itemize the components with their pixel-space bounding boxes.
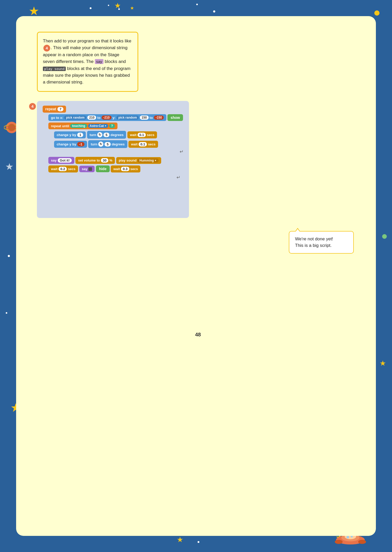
block-set-volume: set volume to 30 % (75, 157, 115, 164)
star-bottom-mid: ★ (177, 535, 183, 544)
speech-bubble-text: We're not done yet! This is a big script… (295, 236, 348, 249)
page-number: 48 (37, 332, 359, 338)
dot-3 (118, 8, 120, 10)
dot-1 (90, 7, 92, 9)
block-turn-2: turn ↻ 5 degrees (88, 140, 127, 148)
step-badge-4: 4 (29, 103, 36, 110)
instruction-text-1: Then add to your program so that it look… (43, 38, 131, 43)
step-badge-inline: 4 (43, 45, 50, 52)
page-content-area: Then add to your program so that it look… (16, 16, 376, 536)
code-area: repeat 7 go to x: pick random 210 to -21… (37, 101, 189, 218)
block-indent: go to x: pick random 210 to -210 y: pick… (48, 113, 183, 174)
star-top-mid: ★ (114, 1, 121, 10)
block-say-got-it: say Got it! (48, 157, 74, 164)
block-repeat: repeat 7 (43, 106, 66, 113)
dot-2 (108, 5, 109, 6)
instruction-text-3: blocks and (103, 59, 126, 64)
play-sound-inline-code: play sound (43, 67, 66, 71)
block-change-y-1: change y by 1 (54, 131, 86, 138)
dot-left-2 (6, 312, 7, 314)
star-top-left: ★ (29, 4, 39, 18)
star-right-mid: ★ (380, 359, 386, 368)
block-hide: hide (96, 165, 110, 172)
block-wait-4: wait 0.3 secs (111, 165, 140, 172)
repeat-until-end-arrow: ↵ (48, 149, 184, 155)
code-block-section: 4 repeat 7 go to x: pick random 210 to -… (37, 101, 359, 218)
repeat-end-arrow: ↵ (43, 175, 183, 180)
speech-bubble-container: We're not done yet! This is a big script… (37, 231, 359, 254)
dot-bottom-1 (198, 541, 199, 543)
star-top-right-small: ★ (130, 5, 134, 11)
instruction-box: Then add to your program so that it look… (37, 32, 138, 92)
circle-green-right (382, 234, 387, 239)
block-show: show (167, 114, 183, 121)
block-go-to: go to x: pick random 210 to -210 y: pick… (48, 114, 166, 121)
block-wait-3: wait 0.2 secs (48, 165, 78, 172)
dot-left-1 (8, 255, 10, 257)
block-change-y-neg1: change y by -1 (54, 141, 87, 148)
block-wait-2: wait 0.1 secs (128, 141, 158, 148)
block-repeat-until: repeat until touching Astro-Cat ▼ ? (48, 123, 117, 129)
speech-bubble-tail-inner (296, 229, 300, 232)
say-inline-code: say (95, 59, 103, 64)
svg-point-9 (347, 536, 349, 538)
svg-point-2 (8, 124, 15, 131)
block-wait-1: wait 0.1 secs (127, 131, 157, 138)
dot-4 (196, 4, 198, 5)
svg-point-8 (358, 540, 366, 544)
circle-yellow-top (374, 10, 380, 16)
dot-5 (213, 10, 215, 12)
block-turn-1: turn ↻ 5 degrees (87, 131, 126, 139)
star-left-mid: ★ (5, 161, 14, 172)
svg-point-7 (335, 540, 343, 544)
block-say-empty: say (79, 166, 95, 172)
block-play-sound: play sound Humming ▼ (116, 157, 161, 164)
repeat-until-indent: change y by 1 turn ↻ 5 degrees wait 0.1 (54, 130, 183, 149)
speech-bubble: We're not done yet! This is a big script… (289, 231, 354, 254)
